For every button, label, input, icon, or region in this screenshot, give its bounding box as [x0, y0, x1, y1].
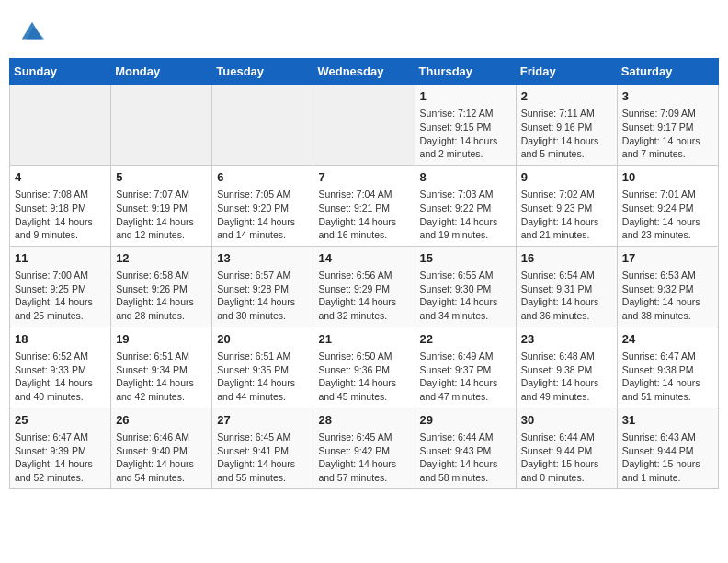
- day-number: 31: [622, 412, 713, 429]
- day-number: 7: [318, 169, 409, 186]
- day-number: 15: [420, 250, 511, 267]
- day-info: Sunrise: 6:52 AM Sunset: 9:33 PM Dayligh…: [15, 350, 106, 404]
- day-info: Sunrise: 6:57 AM Sunset: 9:28 PM Dayligh…: [217, 269, 308, 323]
- day-cell-21: 21Sunrise: 6:50 AM Sunset: 9:36 PM Dayli…: [313, 327, 415, 408]
- week-row-3: 11Sunrise: 7:00 AM Sunset: 9:25 PM Dayli…: [10, 246, 719, 327]
- day-info: Sunrise: 6:47 AM Sunset: 9:38 PM Dayligh…: [622, 350, 713, 404]
- day-cell-25: 25Sunrise: 6:47 AM Sunset: 9:39 PM Dayli…: [10, 408, 111, 488]
- day-info: Sunrise: 7:01 AM Sunset: 9:24 PM Dayligh…: [622, 188, 713, 242]
- day-number: 5: [116, 169, 207, 186]
- day-cell-19: 19Sunrise: 6:51 AM Sunset: 9:34 PM Dayli…: [111, 327, 212, 408]
- empty-cell: [111, 85, 212, 166]
- day-cell-24: 24Sunrise: 6:47 AM Sunset: 9:38 PM Dayli…: [617, 327, 718, 408]
- day-number: 17: [622, 250, 713, 267]
- day-number: 26: [116, 412, 207, 429]
- day-number: 19: [116, 331, 207, 348]
- day-info: Sunrise: 6:44 AM Sunset: 9:44 PM Dayligh…: [521, 431, 612, 485]
- day-info: Sunrise: 7:00 AM Sunset: 9:25 PM Dayligh…: [15, 269, 106, 323]
- day-info: Sunrise: 6:45 AM Sunset: 9:42 PM Dayligh…: [318, 431, 409, 485]
- day-info: Sunrise: 6:43 AM Sunset: 9:44 PM Dayligh…: [622, 431, 713, 485]
- day-number: 27: [217, 412, 308, 429]
- day-info: Sunrise: 6:50 AM Sunset: 9:36 PM Dayligh…: [318, 350, 409, 404]
- week-row-1: 1Sunrise: 7:12 AM Sunset: 9:15 PM Daylig…: [10, 85, 719, 166]
- day-cell-11: 11Sunrise: 7:00 AM Sunset: 9:25 PM Dayli…: [10, 246, 111, 327]
- day-number: 6: [217, 169, 308, 186]
- day-cell-23: 23Sunrise: 6:48 AM Sunset: 9:38 PM Dayli…: [516, 327, 617, 408]
- day-number: 21: [318, 331, 409, 348]
- day-cell-28: 28Sunrise: 6:45 AM Sunset: 9:42 PM Dayli…: [313, 408, 415, 488]
- day-info: Sunrise: 7:11 AM Sunset: 9:16 PM Dayligh…: [521, 107, 612, 161]
- week-row-5: 25Sunrise: 6:47 AM Sunset: 9:39 PM Dayli…: [10, 408, 719, 488]
- day-number: 18: [15, 331, 106, 348]
- day-info: Sunrise: 7:04 AM Sunset: 9:21 PM Dayligh…: [318, 188, 409, 242]
- day-cell-16: 16Sunrise: 6:54 AM Sunset: 9:31 PM Dayli…: [516, 246, 617, 327]
- day-info: Sunrise: 7:09 AM Sunset: 9:17 PM Dayligh…: [622, 107, 713, 161]
- day-info: Sunrise: 6:47 AM Sunset: 9:39 PM Dayligh…: [15, 431, 106, 485]
- day-info: Sunrise: 6:51 AM Sunset: 9:35 PM Dayligh…: [217, 350, 308, 404]
- day-number: 1: [420, 88, 511, 105]
- day-cell-27: 27Sunrise: 6:45 AM Sunset: 9:41 PM Dayli…: [212, 408, 313, 488]
- day-info: Sunrise: 6:44 AM Sunset: 9:43 PM Dayligh…: [420, 431, 511, 485]
- day-number: 20: [217, 331, 308, 348]
- day-number: 29: [420, 412, 511, 429]
- day-info: Sunrise: 7:12 AM Sunset: 9:15 PM Dayligh…: [420, 107, 511, 161]
- day-cell-2: 2Sunrise: 7:11 AM Sunset: 9:16 PM Daylig…: [516, 85, 617, 166]
- day-number: 11: [15, 250, 106, 267]
- day-info: Sunrise: 6:51 AM Sunset: 9:34 PM Dayligh…: [116, 350, 207, 404]
- day-number: 28: [318, 412, 409, 429]
- empty-cell: [212, 85, 313, 166]
- calendar-table: SundayMondayTuesdayWednesdayThursdayFrid…: [9, 58, 719, 489]
- day-number: 12: [116, 250, 207, 267]
- empty-cell: [313, 85, 415, 166]
- day-cell-29: 29Sunrise: 6:44 AM Sunset: 9:43 PM Dayli…: [415, 408, 516, 488]
- day-number: 25: [15, 412, 106, 429]
- day-info: Sunrise: 6:45 AM Sunset: 9:41 PM Dayligh…: [217, 431, 308, 485]
- day-info: Sunrise: 6:58 AM Sunset: 9:26 PM Dayligh…: [116, 269, 207, 323]
- day-cell-4: 4Sunrise: 7:08 AM Sunset: 9:18 PM Daylig…: [10, 165, 111, 246]
- day-cell-14: 14Sunrise: 6:56 AM Sunset: 9:29 PM Dayli…: [313, 246, 415, 327]
- day-number: 23: [521, 331, 612, 348]
- day-cell-20: 20Sunrise: 6:51 AM Sunset: 9:35 PM Dayli…: [212, 327, 313, 408]
- empty-cell: [10, 85, 111, 166]
- week-row-2: 4Sunrise: 7:08 AM Sunset: 9:18 PM Daylig…: [10, 165, 719, 246]
- day-number: 30: [521, 412, 612, 429]
- day-cell-15: 15Sunrise: 6:55 AM Sunset: 9:30 PM Dayli…: [415, 246, 516, 327]
- header-wednesday: Wednesday: [313, 59, 415, 85]
- day-number: 24: [622, 331, 713, 348]
- logo-icon: [18, 18, 46, 46]
- header-sunday: Sunday: [10, 59, 111, 85]
- day-info: Sunrise: 6:56 AM Sunset: 9:29 PM Dayligh…: [318, 269, 409, 323]
- day-number: 14: [318, 250, 409, 267]
- header-saturday: Saturday: [617, 59, 718, 85]
- week-row-4: 18Sunrise: 6:52 AM Sunset: 9:33 PM Dayli…: [10, 327, 719, 408]
- day-cell-5: 5Sunrise: 7:07 AM Sunset: 9:19 PM Daylig…: [111, 165, 212, 246]
- day-info: Sunrise: 6:54 AM Sunset: 9:31 PM Dayligh…: [521, 269, 612, 323]
- day-info: Sunrise: 7:08 AM Sunset: 9:18 PM Dayligh…: [15, 188, 106, 242]
- day-number: 4: [15, 169, 106, 186]
- header-monday: Monday: [111, 59, 212, 85]
- day-info: Sunrise: 6:48 AM Sunset: 9:38 PM Dayligh…: [521, 350, 612, 404]
- day-info: Sunrise: 7:02 AM Sunset: 9:23 PM Dayligh…: [521, 188, 612, 242]
- day-cell-13: 13Sunrise: 6:57 AM Sunset: 9:28 PM Dayli…: [212, 246, 313, 327]
- header-tuesday: Tuesday: [212, 59, 313, 85]
- day-info: Sunrise: 7:03 AM Sunset: 9:22 PM Dayligh…: [420, 188, 511, 242]
- day-cell-9: 9Sunrise: 7:02 AM Sunset: 9:23 PM Daylig…: [516, 165, 617, 246]
- header-thursday: Thursday: [415, 59, 516, 85]
- day-cell-3: 3Sunrise: 7:09 AM Sunset: 9:17 PM Daylig…: [617, 85, 718, 166]
- day-cell-12: 12Sunrise: 6:58 AM Sunset: 9:26 PM Dayli…: [111, 246, 212, 327]
- day-number: 13: [217, 250, 308, 267]
- days-header-row: SundayMondayTuesdayWednesdayThursdayFrid…: [10, 59, 719, 85]
- day-cell-1: 1Sunrise: 7:12 AM Sunset: 9:15 PM Daylig…: [415, 85, 516, 166]
- day-info: Sunrise: 6:55 AM Sunset: 9:30 PM Dayligh…: [420, 269, 511, 323]
- day-number: 16: [521, 250, 612, 267]
- day-info: Sunrise: 7:05 AM Sunset: 9:20 PM Dayligh…: [217, 188, 308, 242]
- day-info: Sunrise: 6:53 AM Sunset: 9:32 PM Dayligh…: [622, 269, 713, 323]
- day-number: 8: [420, 169, 511, 186]
- day-cell-7: 7Sunrise: 7:04 AM Sunset: 9:21 PM Daylig…: [313, 165, 415, 246]
- day-cell-10: 10Sunrise: 7:01 AM Sunset: 9:24 PM Dayli…: [617, 165, 718, 246]
- page-header: [9, 9, 719, 51]
- day-info: Sunrise: 6:49 AM Sunset: 9:37 PM Dayligh…: [420, 350, 511, 404]
- day-number: 9: [521, 169, 612, 186]
- day-cell-6: 6Sunrise: 7:05 AM Sunset: 9:20 PM Daylig…: [212, 165, 313, 246]
- day-cell-8: 8Sunrise: 7:03 AM Sunset: 9:22 PM Daylig…: [415, 165, 516, 246]
